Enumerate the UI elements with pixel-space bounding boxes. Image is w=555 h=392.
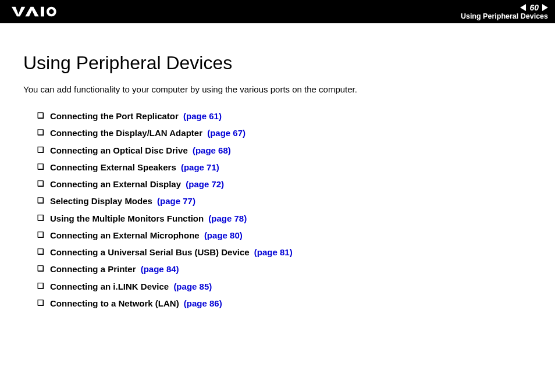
toc-item: ❑Connecting External Speakers (page 71) — [23, 162, 532, 173]
bullet-icon: ❑ — [37, 247, 44, 257]
toc-label: Connecting an External Display — [50, 179, 181, 189]
prev-page-icon[interactable] — [520, 4, 526, 11]
page-ref-link[interactable]: (page 86) — [184, 298, 222, 308]
bullet-icon: ❑ — [37, 298, 44, 308]
bullet-icon: ❑ — [37, 162, 44, 172]
toc-item: ❑Connecting to a Network (LAN) (page 86) — [23, 298, 532, 309]
toc-item: ❑Connecting an External Microphone (page… — [23, 230, 532, 241]
page-ref-link[interactable]: (page 81) — [254, 247, 293, 257]
toc-label: Connecting the Port Replicator — [50, 111, 179, 121]
toc-label: Connecting a Printer — [50, 264, 136, 274]
bullet-icon: ❑ — [37, 213, 44, 223]
page-ref-link[interactable]: (page 67) — [207, 128, 246, 138]
content-area: Using Peripheral Devices You can add fun… — [0, 23, 555, 309]
page-ref-link[interactable]: (page 80) — [204, 230, 243, 240]
page-ref-link[interactable]: (page 78) — [208, 213, 247, 223]
toc-item: ❑Connecting a Universal Serial Bus (USB)… — [23, 247, 532, 258]
page-ref-link[interactable]: (page 85) — [173, 281, 212, 291]
page-ref-link[interactable]: (page 84) — [141, 264, 179, 274]
toc-label: Connecting an i.LINK Device — [50, 281, 169, 291]
toc-label: Connecting an External Microphone — [50, 230, 200, 240]
vaio-logo — [12, 6, 70, 17]
page-nav: 60 — [520, 3, 548, 12]
toc-label: Using the Multiple Monitors Function — [50, 213, 204, 223]
next-page-icon[interactable] — [542, 4, 548, 11]
page-title: Using Peripheral Devices — [23, 52, 532, 74]
bullet-icon: ❑ — [37, 281, 44, 291]
bullet-icon: ❑ — [37, 145, 44, 155]
toc-label: Connecting a Universal Serial Bus (USB) … — [50, 247, 250, 257]
page-ref-link[interactable]: (page 77) — [157, 196, 195, 206]
header-bar: 60 Using Peripheral Devices — [0, 0, 555, 23]
page-ref-link[interactable]: (page 61) — [183, 111, 222, 121]
bullet-icon: ❑ — [37, 195, 44, 206]
toc-label: Connecting to a Network (LAN) — [50, 298, 179, 308]
bullet-icon: ❑ — [37, 111, 44, 121]
page-ref-link[interactable]: (page 72) — [186, 179, 224, 189]
bullet-icon: ❑ — [37, 263, 44, 274]
toc-label: Connecting an Optical Disc Drive — [50, 145, 188, 155]
header-section-title: Using Peripheral Devices — [461, 12, 548, 20]
header-right: 60 Using Peripheral Devices — [461, 3, 548, 20]
toc-label: Selecting Display Modes — [50, 196, 152, 206]
toc-item: ❑Connecting an Optical Disc Drive (page … — [23, 145, 532, 156]
toc-label: Connecting External Speakers — [50, 162, 176, 172]
toc-item: ❑Using the Multiple Monitors Function (p… — [23, 213, 532, 224]
toc-item: ❑Connecting an External Display (page 72… — [23, 179, 532, 190]
toc-item: ❑Connecting the Port Replicator (page 61… — [23, 111, 532, 122]
page-ref-link[interactable]: (page 68) — [193, 145, 231, 155]
svg-rect-0 — [41, 7, 44, 17]
bullet-icon: ❑ — [37, 127, 44, 138]
toc-list: ❑Connecting the Port Replicator (page 61… — [23, 111, 532, 309]
toc-item: ❑Selecting Display Modes (page 77) — [23, 195, 532, 207]
bullet-icon: ❑ — [37, 179, 44, 189]
toc-item: ❑Connecting a Printer (page 84) — [23, 263, 532, 275]
toc-item: ❑Connecting an i.LINK Device (page 85) — [23, 281, 532, 293]
page-number: 60 — [529, 3, 539, 12]
toc-label: Connecting the Display/LAN Adapter — [50, 128, 202, 138]
bullet-icon: ❑ — [37, 230, 44, 240]
toc-item: ❑Connecting the Display/LAN Adapter (pag… — [23, 127, 532, 139]
page-ref-link[interactable]: (page 71) — [181, 162, 219, 172]
intro-text: You can add functionality to your comput… — [23, 84, 532, 94]
